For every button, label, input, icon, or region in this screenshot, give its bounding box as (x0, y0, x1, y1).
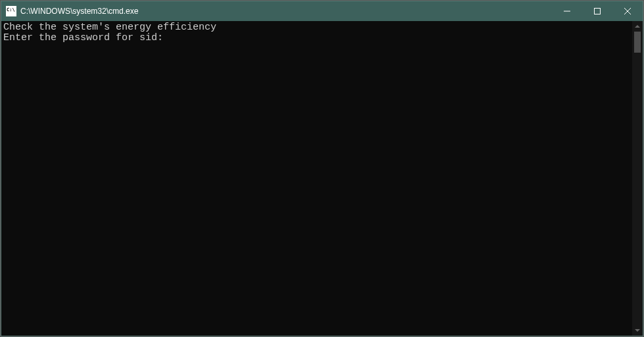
chevron-down-icon (635, 329, 640, 332)
terminal-content[interactable]: Check the system's energy efficiencyEnte… (1, 21, 632, 336)
cmd-window: C:\WINDOWS\system32\cmd.exe Check the sy (1, 1, 643, 336)
maximize-icon (594, 8, 601, 14)
minimize-button[interactable] (552, 1, 582, 21)
scrollbar-track[interactable] (632, 32, 643, 325)
cmd-icon (6, 6, 16, 16)
vertical-scrollbar[interactable] (632, 21, 643, 336)
maximize-button[interactable] (582, 1, 612, 21)
close-icon (624, 8, 631, 14)
chevron-up-icon (635, 25, 640, 28)
minimize-icon (564, 8, 570, 14)
window-title: C:\WINDOWS\system32\cmd.exe (20, 7, 552, 16)
titlebar[interactable]: C:\WINDOWS\system32\cmd.exe (1, 1, 643, 21)
terminal-line: Check the system's energy efficiency (3, 22, 632, 33)
scrollbar-thumb[interactable] (634, 32, 641, 53)
close-button[interactable] (612, 1, 643, 21)
terminal-body: Check the system's energy efficiencyEnte… (1, 21, 643, 336)
terminal-line: Enter the password for sid: (3, 33, 632, 43)
window-controls (552, 1, 643, 21)
scrollbar-down-arrow[interactable] (632, 325, 643, 336)
svg-rect-1 (595, 9, 601, 14)
scrollbar-up-arrow[interactable] (632, 21, 643, 32)
